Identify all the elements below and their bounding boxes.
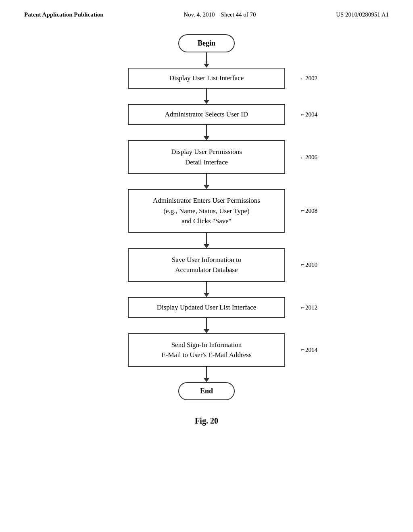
step-2014-box: Send Sign-In InformationE-Mail to User's…	[128, 333, 285, 367]
arrow-head	[204, 293, 209, 297]
end-terminal: End	[178, 382, 235, 400]
arrow-1	[204, 89, 209, 104]
step-2014-wrapper: Send Sign-In InformationE-Mail to User's…	[128, 333, 285, 367]
arrow-line	[206, 318, 207, 329]
step-2002-wrapper: Display User List Interface 2002	[128, 68, 285, 89]
page: Patent Application Publication Nov. 4, 2…	[0, 0, 413, 532]
step-2010-wrapper: Save User Information toAccumulator Data…	[128, 248, 285, 282]
arrow-6	[204, 318, 209, 333]
ref-2008: 2008	[300, 207, 317, 215]
step-2006-box: Display User PermissionsDetail Interface	[128, 140, 285, 174]
arrow-head	[204, 244, 209, 248]
arrow-line	[206, 233, 207, 244]
flowchart: Begin Display User List Interface 2002 A…	[0, 34, 413, 400]
arrow-line	[206, 367, 207, 378]
end-terminal-wrapper: End	[178, 382, 235, 400]
arrow-4	[204, 233, 209, 248]
arrow-head	[204, 136, 209, 140]
arrow-2	[204, 125, 209, 140]
step-2010-box: Save User Information toAccumulator Data…	[128, 248, 285, 282]
patent-number-label: US 2010/0280951 A1	[336, 11, 389, 18]
arrow-line	[206, 174, 207, 185]
step-2006-wrapper: Display User PermissionsDetail Interface…	[128, 140, 285, 174]
arrow-line	[206, 89, 207, 100]
ref-2012: 2012	[300, 303, 317, 312]
ref-2010: 2010	[300, 261, 317, 269]
publication-label: Patent Application Publication	[24, 11, 104, 18]
ref-2004: 2004	[300, 110, 317, 118]
arrow-line	[206, 282, 207, 293]
arrow-head	[204, 378, 209, 382]
arrow-3	[204, 174, 209, 189]
arrow-0	[204, 52, 209, 68]
arrow-line	[206, 125, 207, 136]
step-2012-box: Display Updated User List Interface	[128, 297, 285, 318]
arrow-head	[204, 185, 209, 189]
arrow-5	[204, 282, 209, 297]
step-2004-wrapper: Administrator Selects User ID 2004	[128, 104, 285, 125]
date-label: Nov. 4, 2010 Sheet 44 of 70	[184, 11, 256, 18]
step-2004-box: Administrator Selects User ID	[128, 104, 285, 125]
step-2008-wrapper: Administrator Enters User Permissions(e.…	[128, 189, 285, 233]
ref-2002: 2002	[300, 74, 317, 82]
arrow-head	[204, 64, 209, 68]
arrow-head	[204, 100, 209, 104]
arrow-7	[204, 367, 209, 382]
step-2012-wrapper: Display Updated User List Interface 2012	[128, 297, 285, 318]
step-2008-box: Administrator Enters User Permissions(e.…	[128, 189, 285, 233]
header: Patent Application Publication Nov. 4, 2…	[0, 0, 413, 18]
ref-2006: 2006	[300, 153, 317, 161]
begin-terminal-wrapper: Begin	[178, 34, 235, 52]
step-2002-box: Display User List Interface	[128, 68, 285, 89]
arrow-head	[204, 329, 209, 333]
figure-caption: Fig. 20	[0, 416, 413, 426]
ref-2014: 2014	[300, 346, 317, 354]
arrow-line	[206, 52, 207, 64]
begin-terminal: Begin	[178, 34, 235, 52]
